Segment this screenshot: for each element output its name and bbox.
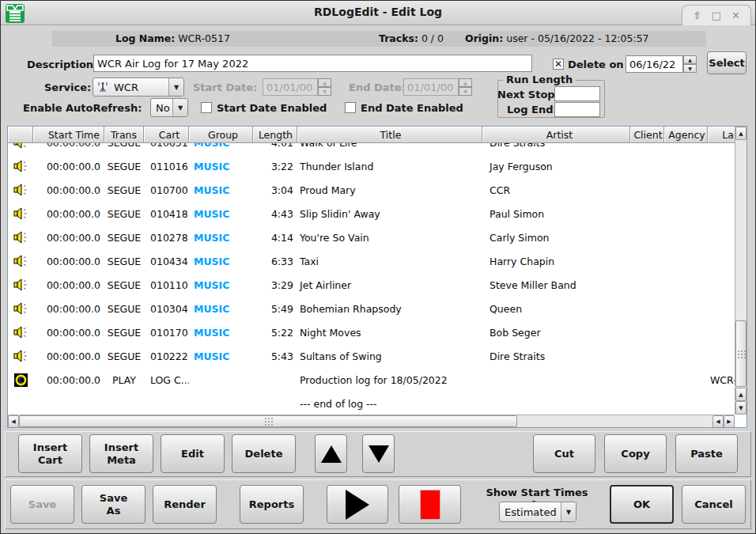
scroll-up-icon[interactable]: ▲ — [735, 127, 747, 140]
insert-meta-button[interactable]: Insert Meta — [89, 434, 153, 473]
close-icon[interactable]: ✕ — [731, 10, 740, 21]
cut-button[interactable]: Cut — [533, 434, 595, 473]
delete-on-checkbox[interactable]: ✕ — [553, 59, 564, 70]
column-header-artist[interactable]: Artist — [482, 127, 630, 143]
log-row[interactable]: 00:00:00.0SEGUE010304MUSIC5:49Bohemian R… — [8, 297, 735, 320]
column-header-cart[interactable]: Cart — [144, 127, 189, 143]
horizontal-scrollbar[interactable]: ◀ ◀ ▶ — [8, 415, 735, 427]
log-row[interactable]: 00:00:00.0SEGUE011016MUSIC3:22Thunder Is… — [8, 154, 735, 178]
chevron-down-icon[interactable]: ▼ — [168, 78, 183, 96]
chevron-down-icon[interactable]: ▼ — [561, 502, 576, 521]
select-button[interactable]: Select — [707, 51, 747, 74]
cell-trans: PLAY — [104, 368, 144, 392]
cell-label — [708, 178, 735, 202]
chevron-down-icon[interactable]: ▼ — [172, 99, 187, 116]
column-header-length[interactable]: Length — [253, 127, 297, 143]
shade-icon[interactable]: ⇧ — [693, 10, 701, 21]
speaker-icon — [13, 302, 28, 315]
vertical-scroll-track[interactable] — [735, 140, 747, 388]
column-header-icon[interactable] — [8, 127, 33, 143]
titlebar[interactable]: RDLogEdit - Edit Log ⇧ □ ✕ — [1, 1, 755, 25]
description-input[interactable] — [93, 55, 532, 72]
spin-down-icon[interactable]: ▼ — [683, 64, 697, 73]
cell-trans: SEGUE — [104, 297, 144, 320]
log-row[interactable]: --- end of log --- — [8, 392, 735, 415]
log-row[interactable]: C 00:00:00.0PLAYLOG C...Production log f… — [8, 368, 735, 392]
move-down-button[interactable] — [362, 434, 395, 473]
insert-cart-button[interactable]: Insert Cart — [18, 434, 82, 473]
paste-button[interactable]: Paste — [675, 434, 738, 473]
log-row[interactable]: 00:00:00.0SEGUE010222MUSIC5:43Sultans of… — [8, 344, 735, 368]
log-row[interactable]: 00:00:00.0SEGUE010418MUSIC4:43Slip Slidi… — [8, 202, 735, 225]
cell-start_time: 00:00:00.0 — [33, 202, 104, 225]
play-button[interactable] — [327, 485, 388, 524]
column-header-agency[interactable]: Agency — [664, 127, 708, 143]
spin-up-icon[interactable]: ▲ — [683, 55, 697, 64]
start-date-enabled-checkbox[interactable]: ✕ — [201, 102, 212, 113]
log-row[interactable]: 00:00:00.0SEGUE010170MUSIC5:22Night Move… — [8, 320, 735, 344]
cell-client — [630, 344, 664, 368]
cell-length: 5:43 — [253, 344, 297, 368]
cell-start_time: 00:00:00.0 — [33, 249, 104, 273]
move-up-button[interactable] — [315, 434, 347, 473]
log-row[interactable]: 00:00:00.0SEGUE010700MUSIC3:04Proud Mary… — [8, 178, 735, 202]
rdlogedit-edit-log-window: RDLogEdit - Edit Log ⇧ □ ✕ Log Name: WCR… — [0, 0, 756, 534]
cell-length: 5:22 — [253, 320, 297, 344]
cell-artist: Jay Ferguson — [482, 154, 630, 178]
table-body: 00:00:00.0SEGUE010651MUSIC4:01Walk of Li… — [8, 143, 735, 415]
cell-label — [708, 273, 735, 297]
autorefresh-combobox[interactable]: No ▼ — [150, 98, 188, 117]
cancel-button[interactable]: Cancel — [682, 485, 746, 524]
cell-artist: Paul Simon — [482, 202, 630, 225]
copy-button[interactable]: Copy — [604, 434, 667, 473]
log-row[interactable]: 00:00:00.0SEGUE010651MUSIC4:01Walk of Li… — [8, 143, 735, 154]
maximize-icon[interactable]: □ — [712, 10, 721, 21]
cell-group: MUSIC — [189, 273, 253, 297]
cell-agency — [664, 178, 708, 202]
delete-button[interactable]: Delete — [232, 434, 296, 473]
horizontal-scroll-thumb[interactable] — [19, 415, 517, 427]
stop-button[interactable] — [399, 485, 461, 524]
autorefresh-value: No — [151, 102, 172, 114]
horizontal-scroll-track[interactable] — [517, 415, 713, 427]
end-date-enabled-checkbox[interactable]: ✕ — [345, 102, 356, 113]
cell-agency — [664, 344, 708, 368]
log-row[interactable]: 00:00:00.0SEGUE010434MUSIC6:33TaxiHarry … — [8, 249, 735, 273]
log-row[interactable]: 00:00:00.0SEGUE010278MUSIC4:14You're So … — [8, 225, 735, 249]
scroll-left-icon[interactable]: ◀ — [713, 415, 724, 428]
cell-trans: SEGUE — [104, 273, 144, 297]
scroll-left-icon[interactable]: ◀ — [8, 415, 19, 428]
log-row[interactable]: 00:00:00.0SEGUE010110MUSIC3:29Jet Airlin… — [8, 273, 735, 297]
column-header-start-time[interactable]: Start Time — [33, 127, 104, 143]
render-button[interactable]: Render — [153, 485, 217, 524]
column-header-group[interactable]: Group — [189, 127, 253, 143]
delete-date-input[interactable] — [626, 55, 683, 73]
cell-agency — [664, 368, 708, 392]
column-header-client[interactable]: Client — [630, 127, 664, 143]
cell-group: MUSIC — [189, 202, 253, 225]
cell-artist: Steve Miller Band — [482, 273, 630, 297]
window-controls: ⇧ □ ✕ — [682, 5, 751, 25]
vertical-scroll-thumb[interactable] — [735, 320, 747, 387]
show-start-times-combobox[interactable]: Estimated ▼ — [499, 502, 576, 522]
cell-group: MUSIC — [189, 344, 253, 368]
delete-date-spinner[interactable]: ▲ ▼ — [683, 55, 697, 73]
cell-label — [708, 297, 735, 320]
save-button[interactable]: Save — [10, 485, 74, 524]
scroll-right-icon[interactable]: ▶ — [724, 415, 735, 428]
cell-group: MUSIC — [189, 178, 253, 202]
reports-button[interactable]: Reports — [240, 485, 304, 524]
column-header-title[interactable]: Title — [297, 127, 482, 143]
cell-label: WCR- — [708, 368, 735, 392]
scroll-down-icon[interactable]: ▼ — [735, 401, 747, 415]
start-date-label: Start Date: — [193, 81, 257, 93]
save-as-button[interactable]: Save As — [81, 485, 146, 524]
scroll-up-icon[interactable]: ▲ — [735, 388, 747, 401]
vertical-scrollbar[interactable]: ▲ ▲ ▼ — [735, 127, 747, 415]
service-combobox[interactable]: WCR ▼ — [93, 78, 184, 97]
cell-client — [630, 178, 664, 202]
column-header-trans[interactable]: Trans — [104, 127, 144, 143]
edit-button[interactable]: Edit — [161, 434, 225, 473]
cell-trans: SEGUE — [104, 154, 144, 178]
ok-button[interactable]: OK — [610, 485, 674, 524]
